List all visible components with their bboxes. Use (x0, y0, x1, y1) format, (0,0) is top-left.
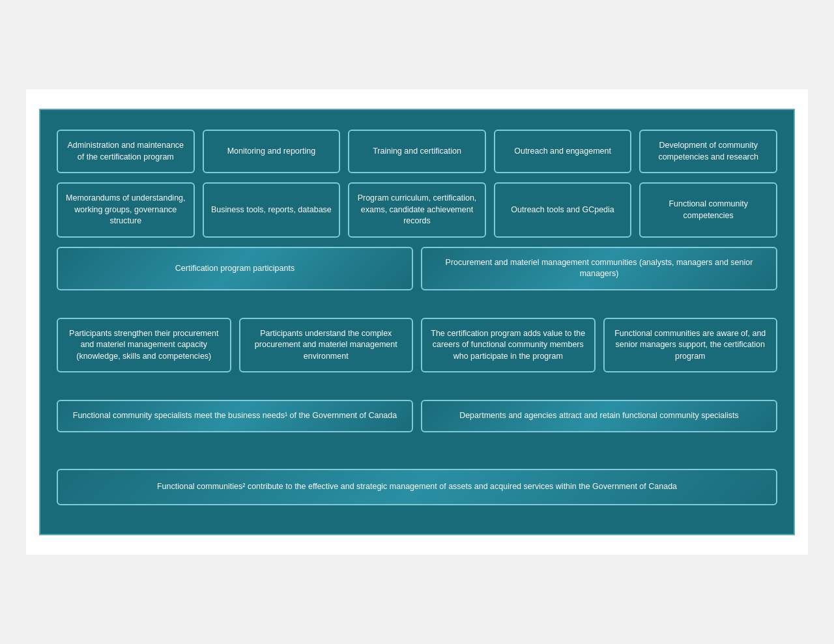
box-monitoring: Monitoring and reporting (203, 130, 341, 173)
row5: Functional community specialists meet th… (57, 400, 777, 432)
box-pm-communities: Procurement and materiel management comm… (421, 247, 777, 290)
box-functional-aware: Functional communities are aware of, and… (603, 318, 778, 373)
page-wrapper: Administration and maintenance of the ce… (26, 89, 808, 555)
row2: Memorandums of understanding, working gr… (57, 182, 777, 238)
box-final-outcome: Functional communities² contribute to th… (57, 469, 777, 505)
row4: Participants strengthen their procuremen… (57, 318, 777, 373)
box-outreach-tools: Outreach tools and GCpedia (494, 182, 632, 238)
box-strengthen: Participants strengthen their procuremen… (57, 318, 231, 373)
box-business-tools: Business tools, reports, database (203, 182, 341, 238)
box-specialists-meet: Functional community specialists meet th… (57, 400, 413, 432)
row1: Administration and maintenance of the ce… (57, 130, 777, 173)
box-training: Training and certification (348, 130, 486, 173)
box-outreach-eng: Outreach and engagement (494, 130, 632, 173)
box-attract-retain: Departments and agencies attract and ret… (421, 400, 777, 432)
box-program-curriculum: Program curriculum, certification, exams… (348, 182, 486, 238)
row6: Functional communities² contribute to th… (57, 469, 777, 505)
row3: Certification program participants Procu… (57, 247, 777, 290)
box-dev-community: Development of community competencies an… (639, 130, 777, 173)
box-functional-competencies: Functional community competencies (639, 182, 777, 238)
box-memorandums: Memorandums of understanding, working gr… (57, 182, 195, 238)
box-understand: Participants understand the complex proc… (239, 318, 414, 373)
main-container: Administration and maintenance of the ce… (39, 109, 795, 535)
box-admin-cert: Administration and maintenance of the ce… (57, 130, 195, 173)
box-adds-value: The certification program adds value to … (421, 318, 596, 373)
box-cert-participants: Certification program participants (57, 247, 413, 290)
